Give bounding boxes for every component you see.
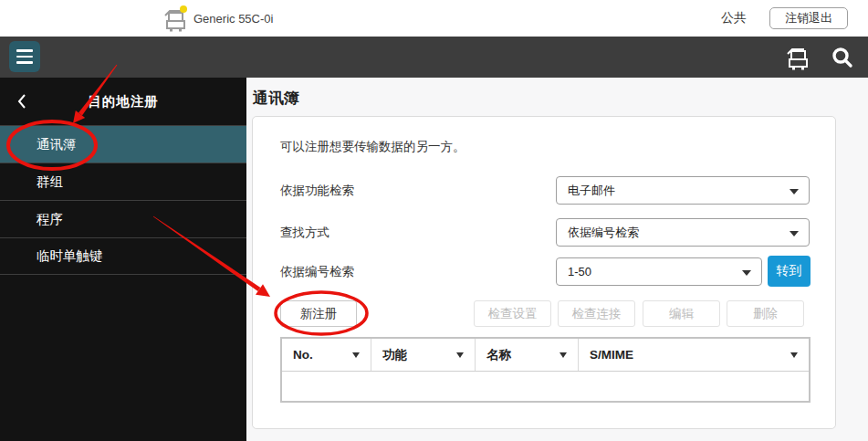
back-chevron-icon[interactable] <box>11 90 33 112</box>
sort-caret-icon <box>559 352 567 358</box>
sidebar-item-program[interactable]: 程序 <box>0 200 246 237</box>
logout-button[interactable]: 注销退出 <box>769 7 848 29</box>
search-icon[interactable] <box>831 46 853 68</box>
selected-value: 1-50 <box>568 265 591 278</box>
hamburger-line <box>16 61 33 64</box>
sidebar-item-address-book[interactable]: 通讯簿 <box>0 125 246 163</box>
selected-value: 依据编号检索 <box>568 225 639 241</box>
table-header-row: No. 功能 名称 S/MIME <box>282 339 809 372</box>
column-header-smime[interactable]: S/MIME <box>579 339 809 371</box>
sort-caret-icon <box>790 352 798 358</box>
column-header-function[interactable]: 功能 <box>371 339 476 371</box>
sidebar-item-group[interactable]: 群组 <box>0 163 246 200</box>
lookup-method-select[interactable]: 依据编号检索 <box>556 218 810 247</box>
chevron-down-icon <box>790 189 799 194</box>
sort-caret-icon <box>352 352 360 358</box>
address-book-panel: 可以注册想要传输数据的另一方。 依据功能检索 电子邮件 查找方式 依据编号检索 … <box>252 116 836 429</box>
device-identity: Generic 55C-0i <box>163 0 273 37</box>
app-bar <box>0 37 868 78</box>
hamburger-line <box>16 56 33 58</box>
number-range-select[interactable]: 1-50 <box>556 257 762 286</box>
check-connection-button[interactable]: 检查连接 <box>558 300 635 327</box>
device-name: Generic 55C-0i <box>193 12 273 26</box>
main-content: 通讯簿 可以注册想要传输数据的另一方。 依据功能检索 电子邮件 查找方式 依据编… <box>246 78 868 441</box>
user-scope-label: 公共 <box>721 10 747 26</box>
edit-button[interactable]: 编辑 <box>643 300 720 327</box>
sidebar: 目的地注册 通讯簿 群组 程序 临时单触键 <box>0 78 246 441</box>
empty-table-row <box>282 372 809 401</box>
top-bar: Generic 55C-0i 公共 注销退出 <box>0 0 868 37</box>
selected-value: 电子邮件 <box>568 183 615 199</box>
panel-description: 可以注册想要传输数据的另一方。 <box>280 139 465 155</box>
go-button[interactable]: 转到 <box>768 256 810 287</box>
sidebar-title: 目的地注册 <box>88 93 159 110</box>
search-by-function-select[interactable]: 电子邮件 <box>556 176 810 205</box>
sort-caret-icon <box>456 352 464 358</box>
hamburger-line <box>16 49 33 52</box>
column-label: S/MIME <box>590 348 633 362</box>
lookup-method-label: 查找方式 <box>280 218 329 247</box>
column-label: 名称 <box>486 347 511 363</box>
search-by-function-label: 依据功能检索 <box>280 176 354 205</box>
device-status-icon[interactable] <box>785 44 810 71</box>
check-settings-button[interactable]: 检查设置 <box>474 300 551 327</box>
chevron-down-icon <box>790 231 799 236</box>
column-header-name[interactable]: 名称 <box>476 339 579 371</box>
new-registration-button[interactable]: 新注册 <box>280 300 357 327</box>
sidebar-item-temp-one-touch[interactable]: 临时单触键 <box>0 237 246 275</box>
column-label: 功能 <box>382 347 407 363</box>
delete-button[interactable]: 删除 <box>727 300 804 327</box>
column-label: No. <box>293 348 313 362</box>
chevron-down-icon <box>742 270 751 276</box>
column-header-no[interactable]: No. <box>282 339 371 371</box>
hamburger-menu-button[interactable] <box>9 41 40 72</box>
printer-logo-icon <box>163 5 188 32</box>
search-by-number-label: 依据编号检索 <box>280 257 354 286</box>
address-book-table: No. 功能 名称 S/MIME <box>280 337 810 403</box>
page-title: 通讯簿 <box>253 88 299 109</box>
